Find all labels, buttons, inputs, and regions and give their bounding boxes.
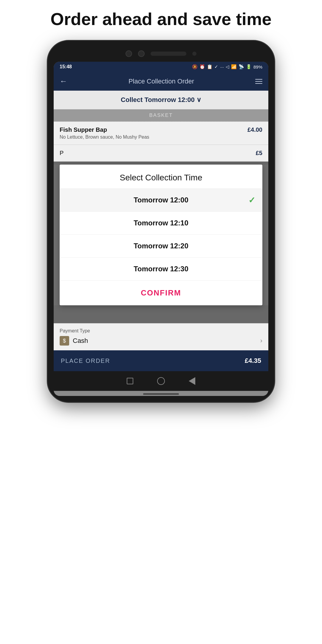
- time-option-4-text: Tomorrow 12:30: [134, 265, 188, 273]
- app-bar: ← Place Collection Order: [54, 72, 268, 91]
- app-bar-title: Place Collection Order: [129, 78, 194, 85]
- battery-percent: 89%: [253, 64, 262, 69]
- nav-home-button[interactable]: [157, 377, 165, 385]
- menu-line-2: [255, 81, 262, 82]
- back-button[interactable]: ←: [60, 77, 67, 86]
- nav-back-button[interactable]: [189, 377, 195, 385]
- notification-icon: 🔕: [192, 64, 198, 69]
- phone-bottom-indicator: [143, 393, 179, 395]
- order-item-details: Fish Supper Bap No Lettuce, Brown sauce,…: [60, 126, 247, 140]
- phone-nav-bar: [54, 371, 268, 391]
- place-order-price: £4.35: [245, 357, 261, 365]
- status-time: 15:48: [60, 64, 72, 69]
- status-icons: 🔕 ⏰ 📋 ✓ ··· ◁ 📶 📡 🔋 89%: [192, 64, 262, 69]
- time-option-3[interactable]: Tomorrow 12:20: [60, 235, 262, 258]
- payment-arrow-icon: ›: [260, 337, 262, 345]
- status-bar: 15:48 🔕 ⏰ 📋 ✓ ··· ◁ 📶 📡 🔋 89%: [54, 62, 268, 72]
- partial-price: £5: [256, 150, 262, 157]
- clipboard-icon: 📋: [207, 64, 213, 69]
- basket-label: BASKET: [54, 109, 268, 122]
- menu-button[interactable]: [255, 79, 262, 84]
- cash-symbol: $: [63, 338, 66, 344]
- time-option-1-text: Tomorrow 12:00: [134, 196, 188, 204]
- payment-label: Payment Type: [60, 328, 262, 334]
- payment-section: Payment Type $ Cash ›: [54, 323, 268, 350]
- front-camera-left: [126, 50, 132, 57]
- place-order-label: PLACE ORDER: [61, 357, 110, 364]
- cash-icon: $: [60, 336, 69, 346]
- check-icon: ✓: [214, 64, 218, 69]
- payment-method-text: Cash: [73, 337, 88, 345]
- place-order-bar[interactable]: PLACE ORDER £4.35: [54, 350, 268, 371]
- phone-top-bar: [54, 47, 268, 62]
- collect-bar[interactable]: Collect Tomorrow 12:00 ∨: [54, 91, 268, 109]
- time-option-2[interactable]: Tomorrow 12:10: [60, 212, 262, 235]
- wifi-icon: 📡: [239, 64, 244, 69]
- dots-icon: ···: [220, 64, 224, 69]
- payment-left: $ Cash: [60, 336, 88, 346]
- payment-row[interactable]: $ Cash ›: [60, 336, 262, 346]
- location-icon: ◁: [226, 64, 229, 69]
- order-item-price: £4.00: [247, 126, 262, 133]
- page-headline: Order ahead and save time: [32, 9, 289, 29]
- order-item-mods: No Lettuce, Brown sauce, No Mushy Peas: [60, 134, 247, 140]
- menu-line-3: [255, 83, 262, 84]
- order-item: Fish Supper Bap No Lettuce, Brown sauce,…: [54, 122, 268, 145]
- phone-screen: 15:48 🔕 ⏰ 📋 ✓ ··· ◁ 📶 📡 🔋 89% ← Place Co…: [54, 62, 268, 396]
- nav-recents-button[interactable]: [127, 378, 133, 384]
- phone-sensor: [192, 52, 196, 56]
- time-option-3-text: Tomorrow 12:20: [134, 242, 188, 250]
- collection-time-modal: Select Collection Time Tomorrow 12:00 ✓ …: [60, 165, 262, 305]
- time-option-1[interactable]: Tomorrow 12:00 ✓: [60, 189, 262, 212]
- time-option-4[interactable]: Tomorrow 12:30: [60, 258, 262, 281]
- signal-icon: 📶: [231, 64, 237, 69]
- phone-speaker: [151, 52, 186, 56]
- partial-row: P £5: [54, 145, 268, 162]
- alarm-icon: ⏰: [199, 64, 205, 69]
- menu-line-1: [255, 79, 262, 80]
- phone-frame: 15:48 🔕 ⏰ 📋 ✓ ··· ◁ 📶 📡 🔋 89% ← Place Co…: [48, 41, 274, 402]
- front-camera-secondary: [138, 50, 145, 57]
- confirm-button[interactable]: CONFIRM: [60, 281, 262, 305]
- partial-text: P: [60, 150, 64, 157]
- collect-bar-text: Collect Tomorrow 12:00 ∨: [121, 96, 201, 103]
- battery-icon: 🔋: [246, 64, 252, 69]
- overlay-background: Select Collection Time Tomorrow 12:00 ✓ …: [54, 162, 268, 323]
- order-item-name: Fish Supper Bap: [60, 126, 247, 133]
- selected-checkmark: ✓: [248, 195, 255, 205]
- time-option-2-text: Tomorrow 12:10: [134, 219, 188, 227]
- modal-title: Select Collection Time: [60, 165, 262, 189]
